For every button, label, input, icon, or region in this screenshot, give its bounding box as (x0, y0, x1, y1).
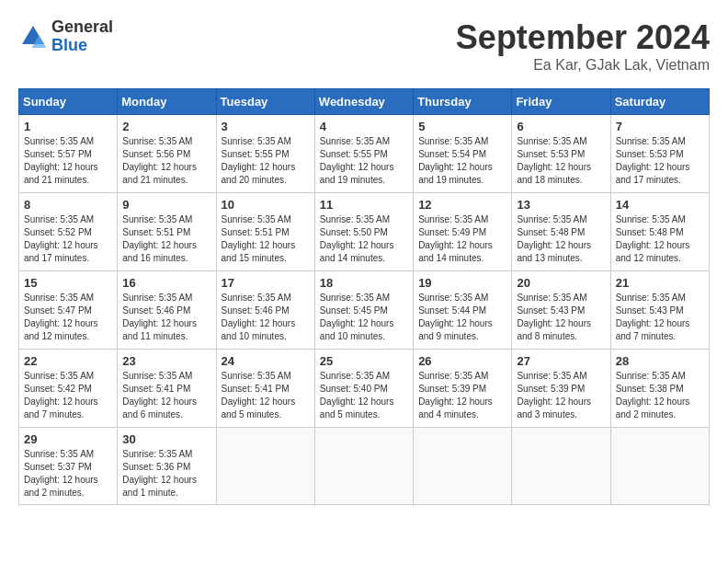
sunrise-label: Sunrise: 5:35 AM (517, 214, 586, 224)
day-number: 19 (418, 276, 506, 290)
sunrise-label: Sunrise: 5:35 AM (122, 371, 192, 381)
calendar-cell: 24 Sunrise: 5:35 AM Sunset: 5:41 PM Dayl… (216, 350, 314, 428)
daylight-label: Daylight: 12 hours and 7 minutes. (24, 396, 98, 419)
calendar-cell: 25 Sunrise: 5:35 AM Sunset: 5:40 PM Dayl… (314, 350, 413, 428)
sunset-label: Sunset: 5:55 PM (320, 149, 388, 159)
sunrise-label: Sunrise: 5:35 AM (24, 449, 94, 459)
sunrise-label: Sunrise: 5:35 AM (517, 371, 586, 381)
daylight-label: Daylight: 12 hours and 19 minutes. (418, 162, 493, 185)
calendar-header-saturday: Saturday (610, 89, 709, 115)
sunset-label: Sunset: 5:45 PM (320, 305, 388, 316)
day-number: 1 (24, 120, 112, 133)
day-number: 13 (517, 198, 605, 212)
calendar-cell (610, 428, 709, 505)
day-number: 2 (122, 120, 210, 133)
day-number: 4 (320, 120, 408, 133)
calendar-cell: 29 Sunrise: 5:35 AM Sunset: 5:37 PM Dayl… (19, 428, 118, 505)
logo-blue-text: Blue (51, 37, 113, 55)
day-number: 3 (222, 120, 310, 133)
calendar-header-tuesday: Tuesday (216, 89, 314, 115)
calendar-cell: 18 Sunrise: 5:35 AM Sunset: 5:45 PM Dayl… (314, 271, 413, 350)
calendar-cell: 13 Sunrise: 5:35 AM Sunset: 5:48 PM Dayl… (512, 193, 610, 271)
logo-general-text: General (51, 18, 113, 37)
calendar-row-3: 15 Sunrise: 5:35 AM Sunset: 5:47 PM Dayl… (19, 271, 710, 350)
day-info: Sunrise: 5:35 AM Sunset: 5:55 PM Dayligh… (222, 135, 310, 187)
day-number: 24 (222, 354, 310, 368)
calendar-cell: 5 Sunrise: 5:35 AM Sunset: 5:54 PM Dayli… (414, 115, 512, 193)
logo-text: General Blue (51, 18, 113, 55)
sunset-label: Sunset: 5:51 PM (122, 227, 190, 237)
calendar-header-monday: Monday (118, 89, 216, 115)
day-info: Sunrise: 5:35 AM Sunset: 5:52 PM Dayligh… (24, 213, 112, 265)
sunset-label: Sunset: 5:40 PM (320, 384, 388, 394)
day-info: Sunrise: 5:35 AM Sunset: 5:37 PM Dayligh… (24, 448, 112, 500)
daylight-label: Daylight: 12 hours and 2 minutes. (616, 396, 690, 419)
calendar-cell: 3 Sunrise: 5:35 AM Sunset: 5:55 PM Dayli… (216, 115, 314, 193)
calendar-header-sunday: Sunday (19, 89, 118, 115)
daylight-label: Daylight: 12 hours and 12 minutes. (24, 318, 98, 341)
sunset-label: Sunset: 5:44 PM (418, 305, 486, 316)
logo: General Blue (18, 18, 113, 55)
daylight-label: Daylight: 12 hours and 20 minutes. (222, 162, 296, 185)
sunset-label: Sunset: 5:55 PM (222, 149, 290, 159)
daylight-label: Daylight: 12 hours and 8 minutes. (517, 318, 591, 341)
sunrise-label: Sunrise: 5:35 AM (320, 293, 390, 303)
sunset-label: Sunset: 5:36 PM (122, 462, 190, 472)
sunset-label: Sunset: 5:42 PM (24, 384, 92, 394)
sunset-label: Sunset: 5:49 PM (418, 227, 486, 237)
day-info: Sunrise: 5:35 AM Sunset: 5:36 PM Dayligh… (122, 448, 210, 500)
calendar-cell: 10 Sunrise: 5:35 AM Sunset: 5:51 PM Dayl… (216, 193, 314, 271)
calendar-cell (314, 428, 413, 505)
calendar-cell: 12 Sunrise: 5:35 AM Sunset: 5:49 PM Dayl… (414, 193, 512, 271)
sunrise-label: Sunrise: 5:35 AM (616, 371, 686, 381)
daylight-label: Daylight: 12 hours and 21 minutes. (122, 162, 197, 185)
sunrise-label: Sunrise: 5:35 AM (616, 136, 686, 146)
day-info: Sunrise: 5:35 AM Sunset: 5:43 PM Dayligh… (616, 292, 704, 343)
day-info: Sunrise: 5:35 AM Sunset: 5:38 PM Dayligh… (616, 370, 704, 421)
calendar-header-row: SundayMondayTuesdayWednesdayThursdayFrid… (19, 89, 710, 115)
day-info: Sunrise: 5:35 AM Sunset: 5:56 PM Dayligh… (122, 135, 210, 187)
calendar-cell: 1 Sunrise: 5:35 AM Sunset: 5:57 PM Dayli… (19, 115, 118, 193)
day-info: Sunrise: 5:35 AM Sunset: 5:48 PM Dayligh… (517, 213, 605, 265)
calendar-row-1: 1 Sunrise: 5:35 AM Sunset: 5:57 PM Dayli… (19, 115, 710, 193)
sunset-label: Sunset: 5:56 PM (122, 149, 190, 159)
calendar-cell: 19 Sunrise: 5:35 AM Sunset: 5:44 PM Dayl… (414, 271, 512, 350)
daylight-label: Daylight: 12 hours and 15 minutes. (222, 240, 296, 263)
sunset-label: Sunset: 5:57 PM (24, 149, 92, 159)
calendar-cell: 17 Sunrise: 5:35 AM Sunset: 5:46 PM Dayl… (216, 271, 314, 350)
daylight-label: Daylight: 12 hours and 21 minutes. (24, 162, 98, 185)
sunset-label: Sunset: 5:47 PM (24, 305, 92, 316)
sunset-label: Sunset: 5:51 PM (222, 227, 290, 237)
day-info: Sunrise: 5:35 AM Sunset: 5:57 PM Dayligh… (24, 135, 112, 187)
daylight-label: Daylight: 12 hours and 10 minutes. (320, 318, 394, 341)
calendar-cell: 22 Sunrise: 5:35 AM Sunset: 5:42 PM Dayl… (19, 350, 118, 428)
daylight-label: Daylight: 12 hours and 17 minutes. (616, 162, 690, 185)
day-info: Sunrise: 5:35 AM Sunset: 5:46 PM Dayligh… (222, 292, 310, 343)
calendar-cell: 27 Sunrise: 5:35 AM Sunset: 5:39 PM Dayl… (512, 350, 610, 428)
calendar-cell (216, 428, 314, 505)
day-number: 16 (122, 276, 210, 290)
day-info: Sunrise: 5:35 AM Sunset: 5:47 PM Dayligh… (24, 292, 112, 343)
calendar-row-2: 8 Sunrise: 5:35 AM Sunset: 5:52 PM Dayli… (19, 193, 710, 271)
day-info: Sunrise: 5:35 AM Sunset: 5:39 PM Dayligh… (517, 370, 605, 421)
sunset-label: Sunset: 5:53 PM (517, 149, 585, 159)
calendar-cell: 14 Sunrise: 5:35 AM Sunset: 5:48 PM Dayl… (610, 193, 709, 271)
daylight-label: Daylight: 12 hours and 13 minutes. (517, 240, 591, 263)
daylight-label: Daylight: 12 hours and 19 minutes. (320, 162, 394, 185)
day-info: Sunrise: 5:35 AM Sunset: 5:41 PM Dayligh… (122, 370, 210, 421)
day-number: 28 (616, 354, 704, 368)
daylight-label: Daylight: 12 hours and 9 minutes. (418, 318, 493, 341)
page-header: General Blue September 2024 Ea Kar, GJak… (18, 18, 710, 74)
daylight-label: Daylight: 12 hours and 5 minutes. (222, 396, 296, 419)
sunrise-label: Sunrise: 5:35 AM (24, 214, 94, 224)
sunrise-label: Sunrise: 5:35 AM (517, 136, 586, 146)
calendar-cell: 21 Sunrise: 5:35 AM Sunset: 5:43 PM Dayl… (610, 271, 709, 350)
sunrise-label: Sunrise: 5:35 AM (320, 136, 390, 146)
day-number: 11 (320, 198, 408, 212)
daylight-label: Daylight: 12 hours and 12 minutes. (616, 240, 690, 263)
day-info: Sunrise: 5:35 AM Sunset: 5:51 PM Dayligh… (222, 213, 310, 265)
sunrise-label: Sunrise: 5:35 AM (418, 214, 488, 224)
sunset-label: Sunset: 5:48 PM (517, 227, 585, 237)
day-info: Sunrise: 5:35 AM Sunset: 5:50 PM Dayligh… (320, 213, 408, 265)
calendar-cell: 6 Sunrise: 5:35 AM Sunset: 5:53 PM Dayli… (512, 115, 610, 193)
